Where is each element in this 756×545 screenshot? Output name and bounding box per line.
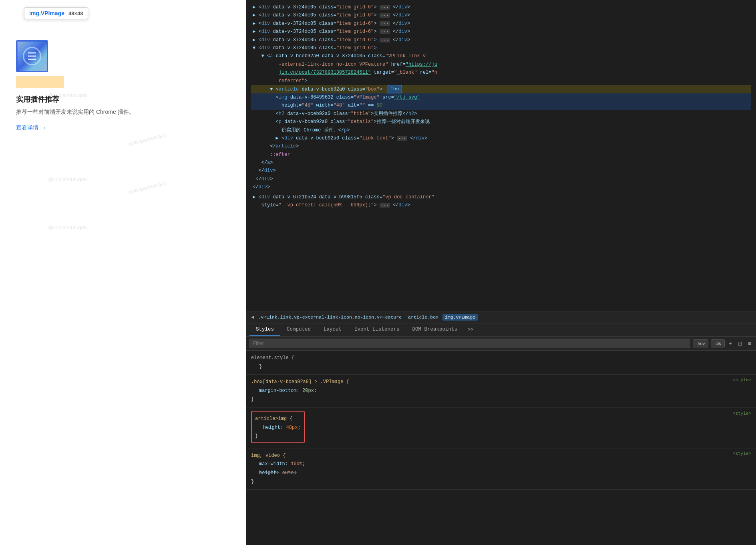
watermark-2: @lk.qiankun.guo: [48, 176, 87, 182]
dom-line: ▶ <div data-v-3724dc05 class="item grid-…: [251, 11, 751, 19]
css-source-ref: <style>: [733, 450, 751, 460]
breadcrumb-bar: ◀ .VPLink.link.vp-external-link-icon.no-…: [246, 311, 756, 323]
css-property-line: max-width: 100%;: [251, 460, 751, 469]
hov-button[interactable]: :hov: [693, 339, 708, 347]
devtools-panel: ▶ <div data-v-3724dc05 class="item grid-…: [246, 0, 756, 545]
breadcrumb-back-icon[interactable]: ◀: [251, 314, 254, 320]
css-close-brace: }: [255, 432, 301, 441]
dom-line: </article>: [251, 142, 751, 150]
watermark-3: @lk.qiankun.guo: [48, 224, 87, 230]
css-rule-box-vpimage: .box[data-v-bceb92a0] > .VPImage { <styl…: [246, 375, 756, 408]
element-tooltip: img.VPImage 48×48: [24, 7, 88, 19]
dom-line: ▶ <div data-v-3724dc05 class="item grid-…: [251, 36, 751, 44]
card-desc: 推荐一些对前端开发来说实用的 Chrome 插件。: [16, 107, 230, 116]
left-panel: img.VPImage 48×48 实用插件推荐 推荐一些对前端开发来说实用的 …: [0, 0, 246, 545]
cls-button[interactable]: .cls: [711, 339, 725, 347]
card-link[interactable]: 查看详情 →: [16, 124, 230, 131]
dom-line: jin.cn/post/7327893130572824611" target=…: [251, 69, 751, 77]
css-selector: article>img {: [255, 415, 301, 424]
dom-line: <h2 data-v-bceb92a0 class="title">实用插件推荐…: [251, 110, 751, 118]
force-state-icon[interactable]: ≡: [746, 339, 753, 347]
dom-line: ▶ <div data-v-3724dc05 class="item grid-…: [251, 3, 751, 11]
tab-dom-breakpoints[interactable]: DOM Breakpoints: [406, 323, 464, 336]
css-source-ref: <style>: [733, 410, 751, 445]
css-rule-img-video: img, video { <style> max-width: 100%; he…: [246, 448, 756, 490]
styles-panel: :hov .cls + ⊡ ≡ element.style { } .box[d…: [246, 337, 756, 545]
tab-more[interactable]: >>: [464, 324, 477, 336]
card-area: 实用插件推荐 推荐一些对前端开发来说实用的 Chrome 插件。 查看详情 →: [8, 32, 238, 139]
breadcrumb-item-img[interactable]: img.VPImage: [442, 314, 478, 321]
css-close-brace: }: [251, 478, 751, 486]
dom-line: ▶ <div data-v-3724dc05 class="item grid-…: [251, 20, 751, 28]
css-close-brace: }: [251, 363, 751, 371]
css-property-line: height: 48px;: [255, 424, 301, 432]
dom-line: ▶ <div data-v-6721b524 data-v-b99815f5 c…: [251, 193, 751, 201]
card-highlight-bar: [16, 76, 64, 88]
card-link-text: 查看详情: [16, 124, 38, 131]
breadcrumb-item-article[interactable]: article.box: [406, 314, 441, 321]
add-style-icon[interactable]: +: [727, 339, 734, 347]
dom-line: ▼ <div data-v-3724dc05 class="item grid-…: [251, 44, 751, 52]
tab-event-listeners[interactable]: Event Listeners: [348, 323, 406, 336]
css-source-ref: <style>: [733, 376, 751, 387]
dom-line: ▼ <a data-v-bceb92a0 data-v-3724dc05 cla…: [251, 52, 751, 60]
tooltip-classname: img.VPImage: [29, 10, 64, 16]
css-rule-article-img: article>img { height: 48px; }: [251, 411, 305, 443]
dom-line: </a>: [251, 159, 751, 167]
dom-line: <p data-v-bceb92a0 class="details">推荐一些对…: [251, 118, 751, 126]
card-title: 实用插件推荐: [16, 95, 230, 104]
dom-line: 说实用的 Chrome 插件。</p>: [251, 126, 751, 134]
inspect-icon[interactable]: ⊡: [736, 339, 744, 347]
dom-line: ▶ <div data-v-3724dc05 class="item grid-…: [251, 28, 751, 36]
css-selector: element.style {: [251, 354, 751, 363]
css-rule-article-img-wrapper: article>img { height: 48px; } <style>: [246, 408, 756, 448]
watermark-6: @lk.qiankun.guo: [128, 180, 167, 196]
css-rule-element-style: element.style { }: [246, 351, 756, 375]
dom-line: ▶ <div data-v-bceb92a0 class="link-text"…: [251, 134, 751, 142]
filter-input[interactable]: [249, 339, 690, 348]
card-link-arrow: →: [40, 124, 46, 131]
tab-layout[interactable]: Layout: [317, 323, 348, 336]
tab-computed[interactable]: Computed: [280, 323, 317, 336]
css-selector: .box[data-v-bceb92a0] > .VPImage {: [251, 378, 349, 387]
dom-line-img: <img data-v-66499632 class="VPImage" src…: [251, 93, 751, 101]
tooltip-size: 48×48: [68, 10, 83, 16]
dom-tree[interactable]: ▶ <div data-v-3724dc05 class="item grid-…: [246, 0, 756, 311]
dom-line: style="--vp-offset: calc(50% - 609px);">…: [251, 201, 751, 209]
css-close-brace: }: [251, 395, 751, 404]
breadcrumb-item-vplink[interactable]: .VPLink.link.vp-external-link-icon.no-ic…: [255, 314, 404, 321]
tab-styles[interactable]: Styles: [249, 323, 280, 336]
dom-line: referrer">: [251, 77, 751, 85]
filter-bar: :hov .cls + ⊡ ≡: [246, 337, 756, 351]
css-property-line: margin-bottom: 20px;: [251, 387, 751, 396]
card-image-wrapper: [16, 40, 64, 88]
tabs-bar: Styles Computed Layout Event Listeners D…: [246, 323, 756, 337]
css-property-line-strikethrough: height: auto;: [251, 469, 751, 478]
dom-line: -external-link-icon no-icon VPFeature" h…: [251, 61, 751, 69]
dom-line: </div>: [251, 175, 751, 183]
highlight-overlay: [17, 41, 48, 72]
dom-line-img-attrs: height="48" width="48" alt="" == $0: [251, 101, 751, 109]
dom-line: </div>: [251, 183, 751, 191]
dom-line-article: ▼ <article data-v-bceb92a0 class="box"> …: [251, 85, 751, 93]
dom-line: ::after: [251, 151, 751, 159]
css-selector: img, video {: [251, 452, 286, 460]
dom-line: </div>: [251, 167, 751, 175]
card-image: [16, 40, 48, 72]
